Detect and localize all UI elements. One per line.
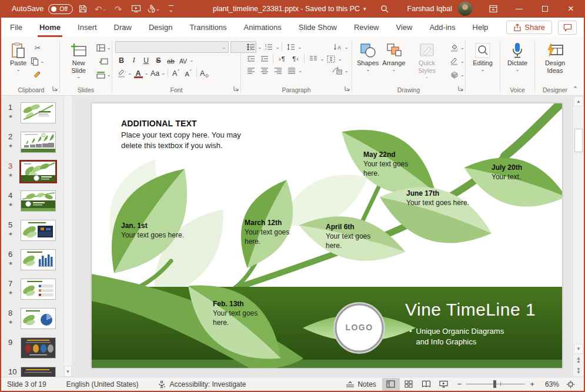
banner-bullet-item[interactable]: • Unique Organic Diagrams and Info Graph… (409, 326, 527, 347)
milestone-june[interactable]: June 17th Your text goes here. (406, 189, 474, 208)
slide-9-thumbnail[interactable] (21, 338, 55, 358)
next-slide-button[interactable]: ▼▼ (574, 366, 583, 376)
maximize-button[interactable] (532, 0, 558, 18)
thumbnail-row-2[interactable]: 2★ (7, 132, 72, 152)
zoom-in-button[interactable]: + (530, 380, 534, 388)
arrange-button[interactable]: Arrange ⌄ (380, 41, 407, 73)
editing-button[interactable]: Editing ⌄ (471, 41, 494, 73)
align-center-button[interactable] (258, 65, 271, 76)
font-name-combo[interactable]: ⌄ (115, 41, 229, 53)
copy-button[interactable]: ⌄ (31, 55, 45, 67)
additional-textbox[interactable]: ADDITIONAL TEXT Place your text copy her… (121, 119, 245, 150)
thumbnail-row-5[interactable]: 5★ (7, 220, 72, 240)
tab-insert[interactable]: Insert (77, 18, 98, 37)
tab-help[interactable]: Help (472, 18, 489, 37)
font-name-input[interactable] (116, 42, 220, 52)
vertical-scrollbar[interactable]: ▲ ▼ ▲▲ ▼▼ (573, 96, 584, 377)
increase-indent-button[interactable] (258, 53, 271, 65)
slide-7-thumbnail[interactable] (21, 279, 55, 299)
thumbnail-row-6[interactable]: 6★ (7, 250, 72, 270)
columns-button[interactable] (306, 53, 320, 65)
close-button[interactable]: × (558, 0, 584, 18)
slide-4-thumbnail[interactable] (21, 191, 55, 211)
ribbon-display-options-button[interactable] (480, 0, 506, 18)
change-case-button[interactable]: Aa (149, 67, 161, 79)
shapes-button[interactable]: Shapes ⌄ (355, 41, 380, 73)
tab-slide-show[interactable]: Slide Show (298, 18, 337, 37)
slide-3-thumbnail[interactable] (21, 162, 55, 182)
thumbnail-row-8[interactable]: 8★ (7, 309, 72, 329)
slide-editor[interactable]: ADDITIONAL TEXT Place your text copy her… (92, 103, 562, 368)
milestone-april[interactable]: April 6th Your text goes here. (326, 223, 373, 250)
fit-slide-to-window-button[interactable] (561, 378, 579, 391)
align-right-button[interactable] (271, 65, 285, 76)
thumbnail-row-9[interactable]: 9 (7, 338, 72, 358)
start-slideshow-button[interactable] (128, 1, 143, 16)
avatar[interactable] (458, 2, 472, 16)
bold-button[interactable]: B (115, 54, 128, 66)
user-name[interactable]: Farshad Iqbal (407, 5, 452, 13)
logo-text[interactable]: LOGO (335, 323, 384, 332)
thumbnail-scroll-down-button[interactable]: ▼ (64, 366, 72, 377)
accessibility-checker[interactable]: Accessibility: Investigate (152, 377, 252, 391)
slide-2-thumbnail[interactable] (21, 132, 55, 152)
customize-qat-button[interactable]: ⌄ (163, 1, 179, 16)
scroll-up-button[interactable]: ▲ (574, 96, 583, 106)
tab-file[interactable]: File (9, 18, 23, 37)
zoom-out-button[interactable]: − (457, 380, 462, 388)
zoom-level[interactable]: 63% (539, 380, 559, 388)
slideshow-view-button[interactable] (435, 378, 453, 391)
cut-button[interactable]: ✂ (31, 42, 45, 53)
thumbnail-row-4[interactable]: 4★ (7, 191, 72, 211)
dictate-button[interactable]: Dictate ⌄ (506, 41, 529, 73)
zoom-slider[interactable] (466, 384, 525, 384)
autosave-toggle[interactable]: Off (48, 4, 73, 14)
paragraph-dialog-launcher[interactable] (345, 83, 350, 93)
slide-10-thumbnail[interactable] (21, 367, 55, 377)
line-spacing-button[interactable] (284, 41, 297, 53)
left-to-right-button[interactable]: ›¶ (275, 53, 289, 65)
slide-indicator[interactable]: Slide 3 of 19 (1, 377, 52, 391)
slide-5-thumbnail[interactable] (21, 220, 55, 240)
paste-button[interactable]: Paste ⌄ (8, 41, 28, 73)
align-text-button[interactable] (325, 53, 338, 65)
format-painter-button[interactable] (31, 69, 45, 81)
shape-effects-button[interactable]: ⌄ (450, 69, 464, 81)
banner-title[interactable]: Vine TimeLine 1 (405, 300, 536, 320)
shape-outline-button[interactable]: ⌄ (450, 55, 464, 67)
clipboard-dialog-launcher[interactable] (52, 83, 58, 93)
strikethrough-button[interactable]: S (152, 54, 165, 66)
document-title-area[interactable]: plant_timeline_23381.pptx - Saved to thi… (213, 0, 366, 18)
font-color-button[interactable]: A (132, 67, 145, 79)
align-left-button[interactable] (244, 65, 258, 76)
tab-view[interactable]: View (396, 18, 413, 37)
minimize-button[interactable]: — (506, 0, 532, 18)
thumbnail-scrollbar[interactable]: ▼ (63, 96, 72, 377)
zoom-slider-thumb[interactable] (493, 380, 496, 388)
collapse-ribbon-button[interactable]: ⌃ (573, 85, 578, 93)
clear-formatting-button[interactable]: A (199, 67, 211, 79)
milestone-february[interactable]: Feb. 13th Your text goes here. (213, 300, 261, 327)
tab-transitions[interactable]: Transitions (189, 18, 227, 37)
thumbnail-row-1[interactable]: 1★ (7, 103, 72, 123)
slide-8-thumbnail[interactable] (21, 309, 55, 329)
thumbnail-row-7[interactable]: 7★ (7, 279, 72, 299)
highlight-color-button[interactable] (115, 67, 128, 79)
thumbnail-row-3-selected[interactable]: 3★ (7, 162, 72, 182)
tab-add-ins[interactable]: Add-ins (429, 18, 456, 37)
comments-button[interactable] (558, 21, 577, 35)
slide-1-thumbnail[interactable] (21, 103, 55, 123)
tab-draw[interactable]: Draw (113, 18, 132, 37)
notes-button[interactable]: Notes (340, 377, 382, 391)
design-ideas-button[interactable]: Design Ideas (536, 41, 574, 75)
reading-view-button[interactable] (417, 378, 435, 391)
decrease-font-size-button[interactable]: Aˇ (182, 67, 195, 79)
normal-view-button[interactable] (382, 378, 400, 391)
justify-button[interactable] (285, 65, 298, 76)
slide-6-thumbnail[interactable] (21, 250, 55, 270)
numbering-button[interactable] (262, 41, 276, 53)
milestone-july[interactable]: July 20th Your text. (492, 163, 547, 182)
increase-font-size-button[interactable]: Aˆ (170, 67, 182, 79)
thumbnail-row-10[interactable]: 10 (7, 367, 72, 377)
touch-mode-button[interactable]: ⌄ (146, 1, 161, 16)
